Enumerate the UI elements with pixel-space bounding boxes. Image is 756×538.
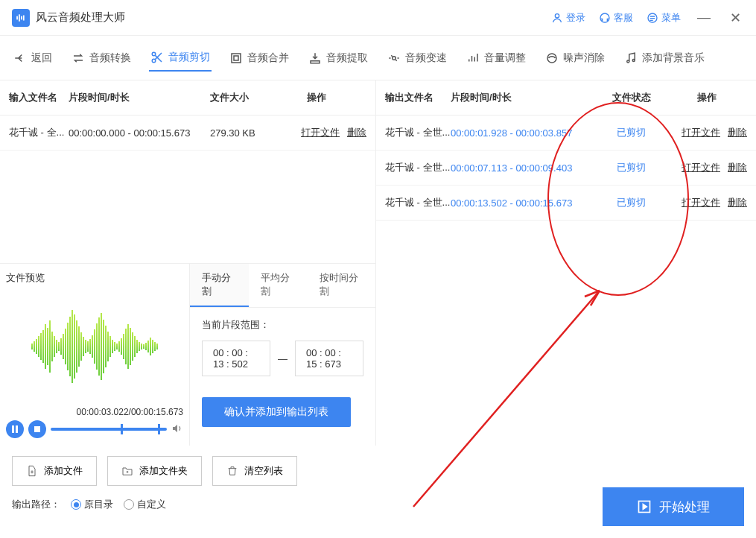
svg-rect-9 — [232, 54, 241, 63]
pause-button[interactable] — [6, 420, 24, 438]
speed-icon — [387, 51, 401, 65]
waveform — [6, 289, 183, 404]
input-table-header: 输入文件名 片段时间/时长 文件大小 操作 — [0, 80, 375, 115]
clear-list-button[interactable]: 清空列表 — [212, 456, 297, 486]
range-to-input[interactable]: 00 : 00 : 15 : 673 — [295, 341, 363, 376]
tool-extract[interactable]: 音频提取 — [307, 45, 369, 71]
music-icon — [624, 51, 638, 65]
app-logo-icon — [12, 9, 30, 27]
tab-manual-split[interactable]: 手动分割 — [190, 264, 249, 307]
preview-title: 文件预览 — [6, 271, 183, 285]
output-status: 已剪切 — [596, 126, 667, 139]
svg-point-5 — [600, 13, 609, 22]
file-plus-icon — [26, 465, 38, 477]
output-table-header: 输出文件名 片段时间/时长 文件状态 操作 — [376, 80, 756, 115]
tool-merge[interactable]: 音频合并 — [228, 45, 290, 71]
output-filename: 花千诚 - 全世... — [385, 196, 451, 209]
input-size: 279.30 KB — [210, 127, 266, 139]
app-title: 风云音频处理大师 — [36, 10, 125, 25]
input-row: 花千诚 - 全... 00:00:00.000 - 00:00:15.673 2… — [0, 115, 375, 151]
radio-custom-dir[interactable]: 自定义 — [124, 498, 166, 511]
tool-speed[interactable]: 音频变速 — [386, 45, 448, 71]
svg-rect-3 — [23, 15, 25, 20]
service-label: 客服 — [614, 11, 633, 25]
svg-point-4 — [555, 13, 559, 17]
add-folder-button[interactable]: 添加文件夹 — [107, 456, 202, 486]
output-time: 00:00:01.928 - 00:00:03.857 — [451, 127, 596, 139]
delete-link[interactable]: 删除 — [728, 196, 747, 209]
range-from-input[interactable]: 00 : 00 : 13 : 502 — [202, 341, 270, 376]
radio-original-dir[interactable]: 原目录 — [71, 498, 113, 511]
output-row: 花千诚 - 全世... 00:00:01.928 - 00:00:03.857 … — [376, 115, 756, 151]
output-status: 已剪切 — [596, 196, 667, 209]
playback-slider[interactable] — [51, 428, 167, 431]
output-time: 00:00:07.113 - 00:00:09.403 — [451, 162, 596, 174]
svg-rect-16 — [16, 425, 18, 433]
svg-point-7 — [152, 52, 156, 56]
stop-button[interactable] — [28, 420, 46, 438]
tool-cut[interactable]: 音频剪切 — [149, 45, 212, 72]
service-button[interactable]: 客服 — [599, 11, 633, 25]
output-status: 已剪切 — [596, 161, 667, 174]
output-row: 花千诚 - 全世... 00:00:07.113 - 00:00:09.403 … — [376, 151, 756, 186]
delete-link[interactable]: 删除 — [728, 161, 747, 174]
add-file-button[interactable]: 添加文件 — [12, 456, 97, 486]
output-filename: 花千诚 - 全世... — [385, 161, 451, 174]
trash-icon — [226, 465, 238, 477]
svg-rect-2 — [21, 16, 22, 19]
svg-rect-1 — [19, 14, 20, 21]
svg-rect-10 — [234, 56, 238, 60]
tab-time-split[interactable]: 按时间分割 — [308, 264, 375, 307]
start-process-button[interactable]: 开始处理 — [603, 487, 744, 526]
output-row: 花千诚 - 全世... 00:00:13.502 - 00:00:15.673 … — [376, 186, 756, 221]
play-icon — [637, 499, 652, 514]
convert-icon — [72, 51, 85, 65]
output-filename: 花千诚 - 全世... — [385, 126, 451, 139]
folder-plus-icon — [121, 465, 133, 477]
tool-denoise[interactable]: 噪声消除 — [544, 45, 606, 71]
svg-point-8 — [152, 59, 156, 63]
svg-rect-15 — [12, 425, 14, 433]
close-icon[interactable]: ✕ — [727, 10, 744, 26]
confirm-add-button[interactable]: 确认并添加到输出列表 — [202, 397, 351, 427]
open-file-link[interactable]: 打开文件 — [682, 126, 720, 139]
login-label: 登录 — [566, 11, 585, 25]
menu-button[interactable]: 菜单 — [647, 11, 681, 25]
volume-icon[interactable] — [171, 423, 183, 437]
svg-point-13 — [627, 60, 629, 63]
scissors-icon — [150, 51, 164, 64]
tool-convert[interactable]: 音频转换 — [70, 45, 133, 71]
tab-even-split[interactable]: 平均分割 — [249, 264, 308, 307]
svg-rect-0 — [16, 16, 18, 19]
svg-rect-17 — [34, 426, 40, 432]
input-filename: 花千诚 - 全... — [9, 126, 69, 139]
open-file-link[interactable]: 打开文件 — [682, 161, 720, 174]
open-file-link[interactable]: 打开文件 — [301, 126, 340, 139]
denoise-icon — [545, 51, 559, 65]
tool-bgm[interactable]: 添加背景音乐 — [623, 45, 706, 71]
extract-icon — [308, 51, 322, 65]
back-button[interactable]: 返回 — [12, 45, 54, 71]
tool-volume[interactable]: 音量调整 — [465, 45, 527, 71]
arrow-left-icon — [13, 51, 27, 65]
delete-link[interactable]: 删除 — [347, 126, 366, 139]
range-label: 当前片段范围： — [202, 318, 363, 332]
minimize-icon[interactable]: — — [694, 10, 714, 25]
merge-icon — [229, 51, 243, 65]
menu-label: 菜单 — [661, 11, 681, 25]
volume-icon — [466, 51, 480, 65]
input-time: 00:00:00.000 - 00:00:15.673 — [69, 127, 210, 139]
output-path-label: 输出路径： — [12, 498, 60, 511]
delete-link[interactable]: 删除 — [728, 126, 747, 139]
login-button[interactable]: 登录 — [551, 11, 585, 25]
output-time: 00:00:13.502 - 00:00:15.673 — [451, 197, 596, 209]
svg-point-11 — [393, 56, 396, 60]
playback-time: 00:00:03.022/00:00:15.673 — [6, 404, 183, 420]
svg-point-14 — [632, 59, 635, 61]
open-file-link[interactable]: 打开文件 — [682, 196, 720, 209]
